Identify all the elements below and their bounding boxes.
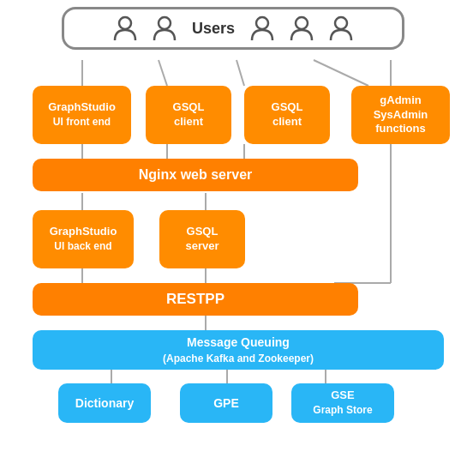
nginx-label: Nginx web server bbox=[139, 167, 253, 183]
gpe-label: GPE bbox=[213, 396, 239, 410]
graphstudio-frontend-label: GraphStudioUI front end bbox=[48, 100, 116, 130]
user-icon-4 bbox=[290, 15, 314, 42]
svg-point-20 bbox=[159, 17, 171, 29]
gsql-server-label: GSQLserver bbox=[185, 225, 219, 254]
user-icon-5 bbox=[329, 15, 353, 42]
users-container: Users bbox=[62, 7, 404, 50]
graphstudio-backend-box: GraphStudioUI back end bbox=[33, 210, 134, 268]
restpp-label: RESTPP bbox=[166, 291, 225, 308]
svg-point-22 bbox=[296, 17, 308, 29]
gsql-client-1-label: GSQLclient bbox=[173, 100, 205, 130]
message-queuing-label: Message Queuing(Apache Kafka and Zookeep… bbox=[163, 334, 314, 366]
gsql-server-box: GSQLserver bbox=[159, 210, 245, 268]
gse-label: GSEGraph Store bbox=[313, 389, 372, 418]
svg-line-3 bbox=[314, 60, 368, 86]
restpp-box: RESTPP bbox=[33, 283, 358, 316]
gsql-client-1-box: GSQLclient bbox=[146, 86, 231, 144]
dictionary-label: Dictionary bbox=[75, 396, 134, 410]
user-icon-2 bbox=[153, 15, 177, 42]
svg-point-23 bbox=[335, 17, 347, 29]
svg-point-21 bbox=[256, 17, 268, 29]
gadmin-box: gAdminSysAdminfunctions bbox=[351, 86, 450, 144]
diagram: Users GraphStudioUI front end GSQLclient… bbox=[0, 0, 473, 476]
dictionary-box: Dictionary bbox=[58, 383, 151, 423]
user-icon-3 bbox=[250, 15, 274, 42]
gsql-client-2-box: GSQLclient bbox=[244, 86, 330, 144]
svg-line-1 bbox=[159, 60, 167, 86]
users-label: Users bbox=[192, 20, 235, 38]
svg-point-19 bbox=[119, 17, 131, 29]
gsql-client-2-label: GSQLclient bbox=[272, 100, 303, 130]
nginx-box: Nginx web server bbox=[33, 159, 358, 191]
gadmin-label: gAdminSysAdminfunctions bbox=[374, 93, 428, 137]
gpe-box: GPE bbox=[180, 383, 272, 423]
graphstudio-backend-label: GraphStudioUI back end bbox=[50, 225, 117, 254]
user-icon-1 bbox=[113, 15, 137, 42]
message-queuing-box: Message Queuing(Apache Kafka and Zookeep… bbox=[33, 330, 444, 370]
svg-line-2 bbox=[236, 60, 244, 86]
graphstudio-frontend-box: GraphStudioUI front end bbox=[33, 86, 131, 144]
gse-box: GSEGraph Store bbox=[291, 383, 394, 423]
